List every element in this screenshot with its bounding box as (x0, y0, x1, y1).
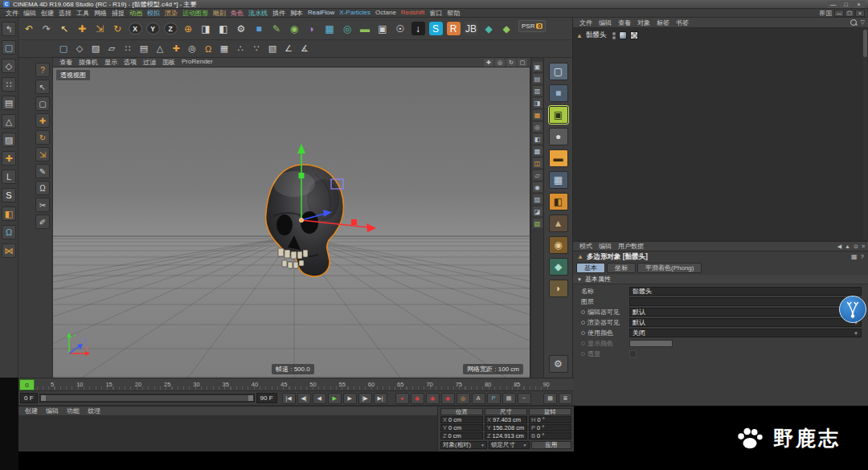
menu-item[interactable]: 编辑 (21, 9, 39, 18)
close-button[interactable]: × (853, 1, 865, 8)
edge-snap-icon[interactable]: ∵ (248, 42, 264, 56)
add-field-icon[interactable]: ◎ (338, 19, 356, 39)
attribute-tab[interactable]: 平滑着色(Phong) (637, 263, 702, 273)
menu-item[interactable]: 流水线 (246, 9, 270, 18)
mirror-icon[interactable]: ◫ (533, 158, 542, 168)
object-manager-menu-item[interactable]: 书签 (673, 18, 692, 27)
add-light-icon[interactable]: ☉ (391, 19, 409, 39)
ruler-icon[interactable]: ▱ (533, 170, 542, 180)
name-field[interactable] (629, 287, 862, 296)
workplane-icon[interactable]: ▱ (104, 42, 120, 56)
size-field[interactable]: X97.403 cm (485, 416, 527, 423)
filter-icon[interactable]: ▽ (861, 19, 865, 26)
attribute-tab[interactable]: 基本 (576, 263, 605, 273)
layout-label[interactable]: 界面 (819, 9, 832, 18)
model-mode-icon[interactable]: ◇ (72, 42, 88, 56)
perspective-viewport[interactable]: Y X Z 透视视图 帧速 : 500.0 网格宽距 : 100 cm (53, 67, 530, 378)
add-subdivision-icon[interactable]: ◉ (285, 19, 303, 39)
snap-icon[interactable]: Ω (2, 225, 16, 239)
object-row[interactable]: ▲ 骷髅头 (575, 30, 866, 41)
custom-ui-icon[interactable]: ▦ (851, 253, 858, 260)
add-floor-icon[interactable]: ▬ (356, 19, 374, 39)
next-key-button[interactable]: |▶ (358, 393, 372, 404)
up-icon[interactable]: ▲ (845, 243, 850, 250)
magnet-icon[interactable]: Ω (35, 181, 50, 195)
shortcut-wrench-icon[interactable]: ◗ (549, 280, 568, 297)
menu-item[interactable]: Redshift (399, 9, 427, 18)
object-manager-scrollbar[interactable] (863, 29, 867, 239)
target-icon[interactable]: ◉ (533, 182, 542, 192)
fcurve-window-button[interactable]: ~ (518, 393, 531, 404)
viewport-menu-item[interactable]: 摄像机 (76, 58, 101, 67)
points-mode-icon[interactable]: ∷ (2, 77, 16, 92)
menu-item[interactable]: 角色 (228, 9, 246, 18)
coords-icon[interactable]: L (2, 170, 16, 184)
rotation-field[interactable]: B0 ° (529, 432, 571, 439)
back-icon[interactable]: ◀ (837, 243, 841, 250)
solo-icon[interactable]: S (2, 188, 16, 202)
material-menu-item[interactable]: 创建 (22, 407, 41, 415)
menu-item[interactable]: 窗口 (427, 9, 444, 18)
grid-icon[interactable]: ▩ (533, 146, 542, 156)
range-start-field[interactable]: 0 F (20, 393, 38, 403)
mask-icon[interactable]: ◧ (533, 134, 542, 144)
render-view-icon[interactable]: ◨ (197, 19, 215, 39)
guide-snap-icon[interactable]: ∠ (280, 42, 297, 56)
layers-icon[interactable]: ▤ (533, 74, 542, 84)
phong-tag-icon[interactable] (619, 31, 627, 39)
camera-icon[interactable]: ◨ (533, 98, 542, 108)
maximize-button[interactable]: □ (840, 1, 852, 8)
viewport-menu-item[interactable]: 显示 (101, 58, 121, 67)
size-field[interactable]: Y156.208 cm (485, 424, 527, 431)
menu-item[interactable]: 动画 (127, 9, 145, 18)
search-icon[interactable] (850, 19, 858, 27)
edges-mode-icon[interactable]: ▤ (136, 42, 152, 56)
make-editable-icon[interactable]: ▢ (55, 42, 72, 56)
minimize-button[interactable]: — (827, 1, 839, 8)
focus-icon[interactable]: ⊙ (854, 243, 858, 250)
size-mode-select[interactable]: 锁定尺寸▼ (489, 441, 529, 449)
shortcut-selected-icon[interactable]: ▣ (549, 106, 568, 124)
snapshot-icon[interactable]: ▣ (533, 62, 542, 72)
menu-item[interactable]: 网格 (92, 9, 109, 18)
shortcut-folder-icon[interactable]: ▬ (549, 149, 568, 167)
uvw-tag-icon[interactable] (630, 31, 638, 39)
autokey-button[interactable]: A (472, 393, 485, 404)
prev-frame-button[interactable]: ◀ (313, 393, 326, 404)
attribute-menu-item[interactable]: 编辑 (596, 242, 615, 251)
object-manager-menu-item[interactable]: 编辑 (596, 18, 615, 27)
render-settings-icon[interactable]: ⚙ (232, 19, 250, 39)
viewport-menu-item[interactable]: 选项 (121, 58, 140, 67)
doc-minimize-button[interactable]: — (834, 10, 844, 17)
attribute-tab[interactable]: 坐标 (607, 263, 636, 273)
next-frame-button[interactable]: ▶ (343, 393, 357, 404)
mirror-icon[interactable]: ⋈ (2, 243, 16, 258)
sketchfab-icon[interactable]: S (427, 19, 444, 39)
texture-mode-icon[interactable]: ▨ (2, 133, 16, 147)
object-manager-menu-item[interactable]: 对象 (634, 18, 653, 27)
prev-key-button[interactable]: ◀| (297, 393, 311, 404)
xray-checkbox[interactable] (629, 350, 637, 358)
rotate-view-icon[interactable]: ↻ (506, 59, 516, 67)
coordinate-system-icon[interactable]: ⊕ (179, 19, 197, 39)
menu-item[interactable]: 运动图形 (180, 9, 211, 18)
selection-icon[interactable]: ↖ (35, 80, 50, 94)
settings-gear-icon[interactable]: ⚙ (549, 355, 568, 373)
menu-item[interactable]: 渲染 (162, 9, 180, 18)
pan-view-icon[interactable]: ✚ (484, 59, 493, 67)
toggle-view-icon[interactable]: ▢ (518, 59, 527, 67)
material-menu-item[interactable]: 编辑 (43, 407, 62, 415)
timeline-scrubber[interactable]: 0 (19, 379, 35, 390)
live-selection-icon[interactable]: ↖ (55, 19, 73, 39)
rect-selection-icon[interactable]: ▢ (35, 96, 50, 111)
move-tool-icon[interactable]: ✚ (73, 19, 91, 39)
rotation-field[interactable]: P0 ° (529, 424, 571, 431)
axis-z-lock[interactable]: Z (162, 19, 179, 39)
apply-button[interactable]: 应用 (531, 441, 571, 449)
edges-mode-icon[interactable]: ▤ (2, 96, 16, 110)
material-menu-item[interactable]: 纹理 (84, 407, 104, 415)
viewport-menu-item[interactable]: 查看 (56, 58, 76, 67)
object-manager-menu-item[interactable]: 标签 (653, 18, 673, 27)
axis-x-lock[interactable]: X (126, 19, 144, 39)
timeline-options-button[interactable]: ≣ (559, 393, 572, 404)
